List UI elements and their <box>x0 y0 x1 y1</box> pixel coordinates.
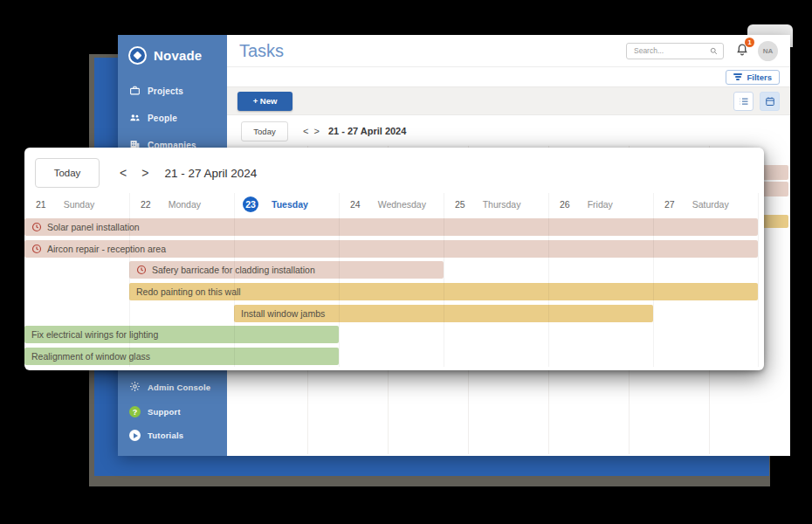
calendar-view-button[interactable] <box>760 92 780 111</box>
day-header-saturday[interactable]: 27 Saturday <box>653 193 758 216</box>
column-line <box>339 193 340 367</box>
date-range-label: 21 - 27 April 2024 <box>328 126 406 136</box>
task-row: Aircon repair - reception area <box>24 238 758 259</box>
sidebar-item-label: Tutorials <box>148 431 183 440</box>
avatar[interactable]: NA <box>758 41 778 61</box>
page-title: Tasks <box>239 41 284 61</box>
task-label: Solar panel installation <box>47 222 140 232</box>
day-header-monday[interactable]: 22 Monday <box>129 193 234 216</box>
sidebar-item-tutorials[interactable]: Tutorials <box>118 424 227 447</box>
view-toggle-group <box>733 92 780 111</box>
planner-date-range-label: 21 - 27 April 2024 <box>164 167 257 180</box>
task-rows-area: Solar panel installation Aircon repair -… <box>24 216 758 370</box>
task-row: Redo painting on this wall <box>24 280 758 302</box>
filter-icon <box>733 73 742 80</box>
calendar-icon <box>765 96 775 107</box>
day-header-friday[interactable]: 26 Friday <box>548 193 653 216</box>
sidebar-item-support[interactable]: ? Support <box>118 400 227 424</box>
task-bar[interactable]: Solar panel installation <box>24 218 758 236</box>
planner-today-button[interactable]: Today <box>35 158 100 188</box>
task-row: Solar panel installation <box>24 216 758 238</box>
filters-row: Filters <box>227 67 790 86</box>
top-bar: Tasks 1 NA <box>227 35 790 67</box>
task-bar[interactable]: Realignment of window glass <box>24 348 339 365</box>
task-row: Safery barricade for cladding installati… <box>24 259 758 280</box>
planner-prev-week-icon[interactable]: < <box>116 166 130 180</box>
column-line <box>653 193 654 367</box>
next-week-icon[interactable]: > <box>311 126 321 136</box>
day-header-wednesday[interactable]: 24 Wednesday <box>339 193 444 216</box>
day-header-thursday[interactable]: 25 Thursday <box>444 193 548 216</box>
column-line <box>444 193 444 367</box>
task-row: Realignment of window glass <box>24 345 758 367</box>
day-header-tuesday[interactable]: 23 Tuesday <box>234 193 339 216</box>
overdue-clock-icon <box>31 222 42 232</box>
week-planner-card: Today < > 21 - 27 April 2024 21 Sunday 2… <box>24 148 764 370</box>
list-view-button[interactable] <box>733 92 754 111</box>
column-line <box>548 193 549 367</box>
brand-logo: Novade <box>118 35 227 78</box>
task-bar[interactable]: Aircon repair - reception area <box>24 240 758 258</box>
task-label: Redo painting on this wall <box>136 286 241 297</box>
sidebar-item-admin-console[interactable]: Admin Console <box>118 375 227 400</box>
sidebar-footer: Admin Console ? Support Tutorials <box>118 375 227 447</box>
notifications-button[interactable]: 1 <box>735 42 749 60</box>
briefcase-icon <box>129 85 141 98</box>
task-label: Aircon repair - reception area <box>47 244 166 254</box>
people-icon <box>129 112 141 125</box>
novade-logo-icon <box>128 46 147 65</box>
day-header-sunday[interactable]: 21 Sunday <box>24 193 129 216</box>
today-button[interactable]: Today <box>241 121 288 141</box>
search-icon <box>710 43 718 59</box>
overdue-clock-icon <box>31 244 42 254</box>
filters-button[interactable]: Filters <box>726 70 780 85</box>
filters-label: Filters <box>747 72 772 82</box>
planner-next-week-icon[interactable]: > <box>138 166 152 180</box>
search-box[interactable] <box>626 43 724 59</box>
help-icon: ? <box>129 406 141 417</box>
toolbar: + New <box>227 86 790 115</box>
task-label: Fix electrical wirings for lighting <box>31 329 158 340</box>
planner-header: Today < > 21 - 27 April 2024 <box>35 158 754 188</box>
day-header-row: 21 Sunday 22 Monday 23 Tuesday 24 Wednes… <box>24 193 758 216</box>
task-bar[interactable]: Fix electrical wirings for lighting <box>24 326 339 343</box>
notification-badge: 1 <box>745 38 754 47</box>
prev-week-icon[interactable]: < <box>300 126 311 136</box>
overdue-clock-icon <box>136 265 147 275</box>
column-line <box>129 193 130 367</box>
list-icon <box>739 96 749 107</box>
new-task-button[interactable]: + New <box>237 92 292 111</box>
gear-icon <box>129 381 141 394</box>
play-icon <box>129 430 141 441</box>
column-line <box>758 193 759 367</box>
brand-name: Novade <box>154 48 202 63</box>
task-bar[interactable]: Safery barricade for cladding installati… <box>129 261 444 279</box>
column-line <box>234 193 235 367</box>
sidebar-item-label: Support <box>148 407 181 417</box>
task-row: Fix electrical wirings for lighting <box>24 323 758 345</box>
task-row: Install window jambs <box>24 302 758 324</box>
sidebar-item-people[interactable]: People <box>118 105 227 132</box>
sidebar-item-label: Admin Console <box>148 383 210 392</box>
date-navigation: Today < > 21 - 27 April 2024 <box>227 115 790 147</box>
task-label: Realignment of window glass <box>31 351 150 362</box>
sidebar-item-label: Projects <box>148 86 183 96</box>
sidebar-item-label: People <box>148 114 177 123</box>
search-input[interactable] <box>632 45 706 56</box>
task-label: Install window jambs <box>241 308 325 319</box>
sidebar-item-projects[interactable]: Projects <box>118 78 227 105</box>
